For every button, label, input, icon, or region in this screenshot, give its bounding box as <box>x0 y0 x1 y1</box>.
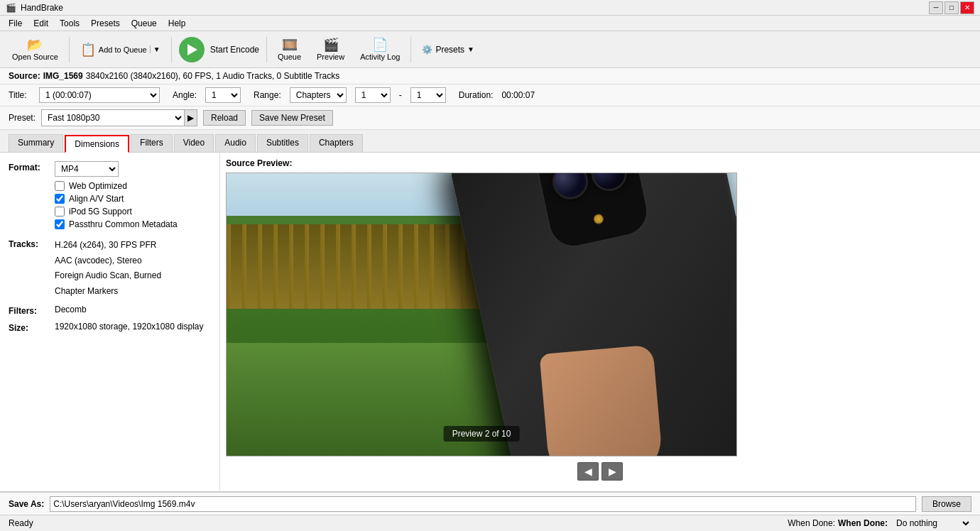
add-queue-icon: 📋 <box>80 43 96 56</box>
presets-arrow-icon: ▼ <box>467 45 474 53</box>
source-label: Source: <box>9 71 40 81</box>
menu-presets[interactable]: Presets <box>85 17 126 30</box>
passthru-row: Passthru Common Metadata <box>55 219 211 229</box>
range-select[interactable]: Chapters <box>290 87 347 103</box>
presets-label: Presets <box>435 45 464 55</box>
toolbar-separator-4 <box>410 37 411 62</box>
status-bar: Ready When Done: When Done: Do nothing S… <box>0 515 980 530</box>
ipod-checkbox[interactable] <box>55 207 65 217</box>
save-path-input[interactable] <box>50 496 916 512</box>
close-button[interactable]: ✕ <box>960 1 974 14</box>
ipod-row: iPod 5G Support <box>55 207 211 217</box>
track-3: Foreign Audio Scan, Burned <box>55 268 211 284</box>
tab-video[interactable]: Video <box>174 134 214 152</box>
menu-edit[interactable]: Edit <box>28 17 54 30</box>
duration-label: Duration: <box>459 90 494 100</box>
angle-label: Angle: <box>173 90 197 100</box>
preview-nav: ◀ ▶ <box>577 462 623 481</box>
tab-audio[interactable]: Audio <box>215 134 256 152</box>
title-bar-controls: ─ □ ✕ <box>929 1 974 14</box>
save-bar: Save As: Browse <box>0 492 980 515</box>
preview-label: Preview <box>317 53 344 61</box>
source-info: Source: IMG_1569 3840x2160 (3840x2160), … <box>0 68 980 84</box>
menu-queue[interactable]: Queue <box>126 17 163 30</box>
tab-subtitles[interactable]: Subtitles <box>257 134 308 152</box>
menu-file[interactable]: File <box>3 17 28 30</box>
preset-select[interactable]: Fast 1080p30 <box>42 110 184 126</box>
browse-button[interactable]: Browse <box>922 496 971 512</box>
title-bar: 🎬 HandBrake ─ □ ✕ <box>0 0 980 16</box>
status-ready: Ready <box>9 518 33 528</box>
toolbar: 📂 Open Source 📋 Add to Queue ▼ Start Enc… <box>0 31 980 68</box>
align-av-checkbox[interactable] <box>55 194 65 204</box>
menu-tools[interactable]: Tools <box>54 17 85 30</box>
tracks-label: Tracks: <box>9 238 55 249</box>
passthru-checkbox[interactable] <box>55 219 65 229</box>
chapter-start-select[interactable]: 1 <box>355 87 391 103</box>
source-filename: IMG_1569 <box>43 71 83 81</box>
open-source-button[interactable]: 📂 Open Source <box>6 34 65 65</box>
next-preview-button[interactable]: ▶ <box>601 462 623 481</box>
duration-value: 00:00:07 <box>501 90 535 100</box>
queue-icon: 🎞️ <box>282 38 298 51</box>
preset-label: Preset: <box>9 113 36 123</box>
title-select[interactable]: 1 (00:00:07) <box>39 87 160 103</box>
presets-button[interactable]: ⚙️ Presets ▼ <box>415 34 481 65</box>
tabs: Summary Dimensions Filters Video Audio S… <box>0 130 980 153</box>
chapter-end-select[interactable]: 1 <box>410 87 446 103</box>
activity-log-button[interactable]: 📄 Activity Log <box>354 34 406 65</box>
tab-dimensions[interactable]: Dimensions <box>65 135 129 153</box>
save-new-preset-button[interactable]: Save New Preset <box>251 110 333 126</box>
size-field: Size: 1920x1080 storage, 1920x1080 displ… <box>9 322 211 333</box>
main-content: Format: MP4 MKV Web Optimized Align A <box>0 153 980 492</box>
filters-field: Filters: Decomb <box>9 305 211 316</box>
minimize-button[interactable]: ─ <box>929 1 943 14</box>
tab-filters[interactable]: Filters <box>131 134 173 152</box>
prev-preview-button[interactable]: ◀ <box>577 462 599 481</box>
web-optimized-checkbox[interactable] <box>55 181 65 191</box>
ipod-label: iPod 5G Support <box>69 207 132 217</box>
queue-button[interactable]: 🎞️ Queue <box>271 34 307 65</box>
hand-layer <box>539 344 663 456</box>
preset-expand-button[interactable]: ▶ <box>184 110 197 126</box>
activity-log-label: Activity Log <box>360 53 400 61</box>
title-label: Title: <box>9 90 33 100</box>
tracks-field: Tracks: H.264 (x264), 30 FPS PFR AAC (av… <box>9 238 211 299</box>
preview-button[interactable]: 🎬 Preview <box>310 34 351 65</box>
format-select[interactable]: MP4 MKV <box>55 161 119 177</box>
menu-help[interactable]: Help <box>163 17 192 30</box>
tab-chapters[interactable]: Chapters <box>310 134 363 152</box>
open-source-icon: 📂 <box>27 38 43 51</box>
track-1: H.264 (x264), 30 FPS PFR <box>55 238 211 253</box>
when-done-label-text: When Done: <box>838 518 888 528</box>
add-queue-arrow[interactable]: ▼ <box>150 45 160 53</box>
camera-lens-1 <box>549 173 591 202</box>
toolbar-separator-3 <box>266 37 267 62</box>
toolbar-separator-1 <box>69 37 70 62</box>
when-done-select[interactable]: Do nothing Shutdown Hibernate Sleep Quit… <box>891 515 971 531</box>
tab-summary[interactable]: Summary <box>9 134 63 152</box>
camera-module <box>534 173 652 251</box>
open-source-label: Open Source <box>12 53 58 61</box>
filters-label: Filters: <box>9 305 55 316</box>
presets-icon: ⚙️ <box>422 45 432 55</box>
source-details: 3840x2160 (3840x2160), 60 FPS, 1 Audio T… <box>86 71 340 81</box>
track-2: AAC (avcodec), Stereo <box>55 253 211 269</box>
format-value-area: MP4 MKV Web Optimized Align A/V Start <box>55 161 211 232</box>
maximize-button[interactable]: □ <box>944 1 959 14</box>
toolbar-separator-2 <box>171 37 172 62</box>
angle-select[interactable]: 1 <box>205 87 241 103</box>
track-4: Chapter Markers <box>55 284 211 300</box>
add-to-queue-button[interactable]: 📋 Add to Queue ▼ <box>74 34 167 65</box>
chapter-separator: - <box>399 90 402 100</box>
title-row: Title: 1 (00:00:07) Angle: 1 Range: Chap… <box>0 84 980 106</box>
preview-overlay: Preview 2 of 10 <box>444 426 520 442</box>
left-panel: Format: MP4 MKV Web Optimized Align A <box>0 153 220 491</box>
app-title: HandBrake <box>21 3 63 13</box>
menu-bar: File Edit Tools Presets Queue Help <box>0 16 980 31</box>
app-icon: 🎬 <box>6 3 16 13</box>
start-encode-button[interactable] <box>179 37 205 62</box>
camera-flash <box>593 213 605 225</box>
reload-button[interactable]: Reload <box>203 110 246 126</box>
range-label: Range: <box>254 90 281 100</box>
